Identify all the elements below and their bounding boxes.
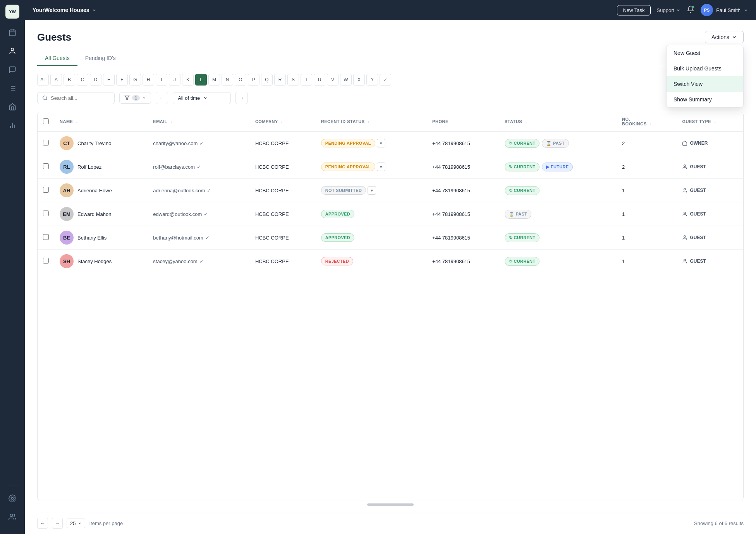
sidebar-item-calendar[interactable]	[5, 25, 20, 40]
table-row[interactable]: EM Edward Mahon edward@outlook.com ✓ HCB…	[38, 202, 743, 226]
guest-name[interactable]: Edward Mahon	[77, 211, 111, 217]
sidebar-logo[interactable]: YW	[5, 5, 19, 19]
alpha-btn-a[interactable]: A	[50, 74, 62, 86]
new-task-button[interactable]: New Task	[617, 5, 650, 15]
next-arrow[interactable]: →	[235, 92, 248, 104]
tab-all-guests[interactable]: All Guests	[37, 51, 77, 66]
row-checkbox[interactable]	[43, 163, 49, 169]
alpha-btn-r[interactable]: R	[274, 74, 286, 86]
dropdown-item-bulk-upload[interactable]: Bulk Upload Guests	[667, 61, 743, 76]
email-verify-icon: ✓	[199, 140, 204, 146]
guest-name[interactable]: Stacey Hodges	[77, 258, 112, 264]
guest-name[interactable]: Adrienna Howe	[77, 188, 112, 193]
col-email[interactable]: EMAIL ↓	[148, 112, 250, 131]
alpha-btn-all[interactable]: All	[37, 74, 49, 86]
dropdown-item-show-summary[interactable]: Show Summary	[667, 92, 743, 107]
row-id-status-cell: PENDING APPROVAL ▼	[316, 155, 427, 179]
alpha-btn-b[interactable]: B	[64, 74, 75, 86]
alpha-btn-t[interactable]: T	[301, 74, 312, 86]
user-menu[interactable]: PS Paul Smith	[701, 4, 748, 16]
row-checkbox[interactable]	[43, 211, 49, 216]
prev-page-button[interactable]: ←	[37, 518, 48, 529]
alpha-btn-p[interactable]: P	[248, 74, 259, 86]
col-guest-type[interactable]: GUEST TYPE ↓	[677, 112, 743, 131]
row-checkbox-cell	[38, 131, 54, 155]
guest-email[interactable]: stacey@yahoo.com	[153, 258, 197, 264]
alpha-btn-q[interactable]: Q	[261, 74, 273, 86]
row-name-cell: AH Adrienna Howe	[54, 179, 148, 202]
date-filter[interactable]: All of time	[173, 92, 231, 104]
row-checkbox[interactable]	[43, 140, 49, 145]
alpha-btn-e[interactable]: E	[103, 74, 115, 86]
alpha-btn-j[interactable]: J	[169, 74, 180, 86]
alpha-btn-m[interactable]: M	[208, 74, 220, 86]
guest-email[interactable]: edward@outlook.com	[153, 211, 202, 217]
sidebar-item-team[interactable]	[5, 509, 20, 525]
col-name[interactable]: NAME ↓	[54, 112, 148, 131]
row-checkbox[interactable]	[43, 258, 49, 264]
filter-button[interactable]: 1	[119, 92, 151, 104]
horizontal-scrollbar[interactable]	[37, 500, 744, 509]
alpha-btn-y[interactable]: Y	[366, 74, 378, 86]
guest-email[interactable]: charity@yahoo.com	[153, 140, 198, 146]
sidebar-item-guests[interactable]	[5, 43, 20, 59]
alpha-btn-f[interactable]: F	[116, 74, 128, 86]
id-status-badge: PENDING APPROVAL	[321, 163, 375, 171]
alpha-btn-h[interactable]: H	[143, 74, 154, 86]
alpha-btn-n[interactable]: N	[222, 74, 233, 86]
alpha-btn-i[interactable]: I	[156, 74, 167, 86]
alpha-btn-w[interactable]: W	[340, 74, 352, 86]
sidebar-item-analytics[interactable]	[5, 118, 20, 133]
select-all-checkbox[interactable]	[43, 118, 49, 124]
guest-type: GUEST	[682, 211, 738, 217]
col-company[interactable]: COMPANY ↓	[250, 112, 316, 131]
alpha-btn-s[interactable]: S	[287, 74, 299, 86]
brand-name[interactable]: YourWelcome Houses	[33, 7, 96, 13]
alpha-btn-l[interactable]: L	[195, 74, 207, 86]
col-bookings[interactable]: NO.BOOKINGS ↓	[617, 112, 677, 131]
prev-arrow[interactable]: ←	[156, 92, 168, 104]
alpha-btn-c[interactable]: C	[77, 74, 88, 86]
notifications-button[interactable]	[687, 5, 694, 15]
col-id-status[interactable]: RECENT ID STATUS ↓	[316, 112, 427, 131]
table-row[interactable]: RL Rolf Lopez rolf@barclays.com ✓ HCBC C…	[38, 155, 743, 179]
table-row[interactable]: SH Stacey Hodges stacey@yahoo.com ✓ HCBC…	[38, 250, 743, 273]
table-row[interactable]: BE Bethany Ellis bethany@hotmail.com ✓ H…	[38, 226, 743, 250]
dropdown-item-new-guest[interactable]: New Guest	[667, 45, 743, 61]
guest-name[interactable]: Rolf Lopez	[77, 164, 101, 170]
id-status-dropdown-arrow[interactable]: ▼	[368, 186, 376, 195]
tab-pending-ids[interactable]: Pending ID's	[77, 51, 124, 66]
support-button[interactable]: Support	[657, 7, 681, 13]
alpha-btn-v[interactable]: V	[327, 74, 338, 86]
alpha-btn-u[interactable]: U	[314, 74, 325, 86]
table-row[interactable]: CT Charity Trevino charity@yahoo.com ✓ H…	[38, 131, 743, 155]
row-checkbox[interactable]	[43, 234, 49, 240]
per-page-select[interactable]: 25	[67, 519, 85, 528]
svg-marker-18	[125, 96, 129, 100]
alpha-btn-o[interactable]: O	[235, 74, 246, 86]
alpha-btn-z[interactable]: Z	[380, 74, 391, 86]
next-page-button[interactable]: →	[52, 518, 63, 529]
table-row[interactable]: AH Adrienna Howe adrienna@outlook.com ✓ …	[38, 179, 743, 202]
sidebar-item-list[interactable]	[5, 80, 20, 96]
guest-name[interactable]: Bethany Ellis	[77, 235, 107, 241]
row-checkbox[interactable]	[43, 187, 49, 193]
guest-email[interactable]: rolf@barclays.com	[153, 164, 195, 170]
guest-email[interactable]: bethany@hotmail.com	[153, 235, 203, 241]
id-status-dropdown-arrow[interactable]: ▼	[377, 163, 385, 171]
sidebar-item-messages[interactable]	[5, 62, 20, 77]
id-status-dropdown-arrow[interactable]: ▼	[377, 139, 385, 147]
actions-button[interactable]: Actions	[705, 31, 744, 43]
alpha-btn-g[interactable]: G	[129, 74, 141, 86]
col-status[interactable]: STATUS ↓	[499, 112, 617, 131]
dropdown-item-switch-view[interactable]: Switch View	[667, 76, 743, 92]
guest-email[interactable]: adrienna@outlook.com	[153, 188, 205, 193]
alpha-btn-d[interactable]: D	[90, 74, 101, 86]
guest-name[interactable]: Charity Trevino	[77, 140, 111, 146]
sidebar-item-settings[interactable]	[5, 491, 20, 506]
guest-avatar: SH	[60, 254, 74, 268]
sidebar-item-properties[interactable]	[5, 99, 20, 115]
search-input[interactable]	[51, 95, 105, 101]
alpha-btn-x[interactable]: X	[353, 74, 365, 86]
alpha-btn-k[interactable]: K	[182, 74, 194, 86]
